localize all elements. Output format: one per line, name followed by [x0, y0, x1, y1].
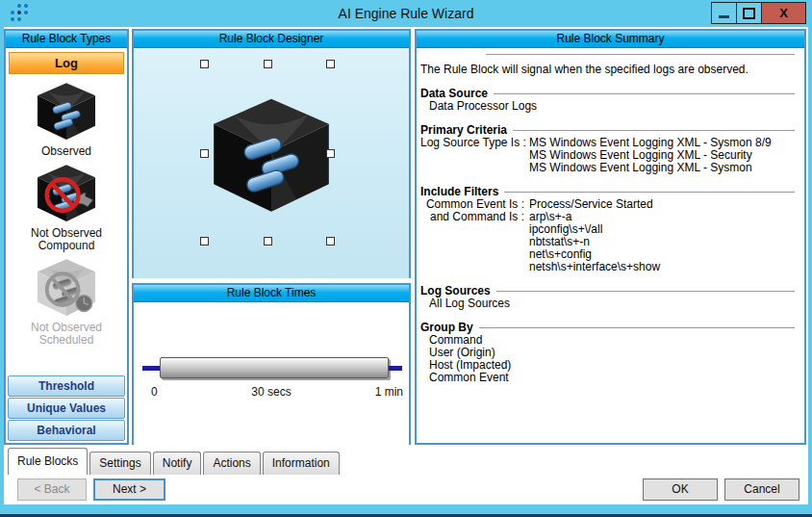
rule-block-designer-header: Rule Block Designer	[134, 31, 409, 48]
tab-information[interactable]: Information	[263, 452, 340, 475]
window-title: AI Engine Rule Wizard	[0, 6, 812, 21]
wizard-tabbar: Rule Blocks Settings Notify Actions Info…	[8, 448, 342, 475]
minimize-icon	[719, 15, 729, 18]
rule-block-designer-panel: Rule Block Designer	[132, 29, 411, 278]
summary-label	[420, 236, 524, 248]
summary-section-group-by: Group By Command User (Origin) Host (Imp…	[420, 322, 800, 384]
summary-section-primary-criteria: Primary Criteria Log Source Type Is :MS …	[420, 124, 800, 174]
summary-top-rule	[486, 54, 795, 55]
rule-block-times-header: Rule Block Times	[134, 285, 409, 302]
tick-label-1min: 1 min	[375, 385, 403, 399]
times-body: 0 30 secs 1 min	[134, 302, 409, 445]
rule-block-types-panel: Rule Block Types Log Observed Not Observ…	[4, 29, 129, 445]
minimize-button[interactable]	[711, 2, 737, 24]
type-item-not-observed-scheduled: Not Observed Scheduled	[6, 258, 127, 347]
tab-settings[interactable]: Settings	[89, 452, 150, 475]
type-item-label: Observed	[13, 145, 119, 158]
summary-label: Log Source Type Is :	[420, 137, 524, 149]
ai-engine-rule-wizard-window: AI Engine Rule Wizard X Rule Block Types…	[0, 0, 812, 517]
category-buttons: Threshold Unique Values Behavioral	[6, 374, 127, 443]
summary-label	[420, 223, 524, 236]
not-observed-compound-cube-icon	[35, 164, 98, 223]
type-item-not-observed-compound[interactable]: Not Observed Compound	[6, 164, 127, 252]
type-item-observed[interactable]: Observed	[6, 82, 127, 158]
not-observed-scheduled-cube-icon	[35, 258, 98, 318]
type-item-label: Not Observed Scheduled	[13, 322, 119, 347]
log-type-button[interactable]: Log	[9, 52, 124, 74]
maximize-icon	[743, 8, 755, 19]
summary-label: and Command Is :	[420, 211, 524, 223]
summary-section-data-source: Data Source Data Processor Logs	[420, 88, 800, 113]
resize-handle-bottom-right[interactable]	[326, 237, 335, 246]
summary-intro: The Rule Block will signal when the spec…	[420, 64, 800, 76]
summary-section-log-sources: Log Sources All Log Sources	[420, 285, 800, 310]
tab-notify[interactable]: Notify	[153, 452, 202, 475]
tab-rule-blocks[interactable]: Rule Blocks	[8, 448, 88, 475]
resize-handle-bottom-center[interactable]	[264, 237, 272, 246]
resize-handle-bottom-left[interactable]	[200, 237, 209, 246]
resize-handle-middle-left[interactable]	[200, 149, 209, 158]
summary-value: MS Windows Event Logging XML - Sysmon	[529, 162, 752, 174]
summary-label	[420, 248, 524, 261]
behavioral-button[interactable]: Behavioral	[8, 420, 125, 441]
resize-handle-middle-right[interactable]	[326, 149, 335, 158]
rule-block-times-panel: Rule Block Times 0 30 secs 1 min	[132, 283, 411, 445]
summary-label	[420, 149, 524, 162]
resize-handle-top-center[interactable]	[264, 60, 272, 68]
rule-block-summary-panel: Rule Block Summary The Rule Block will s…	[415, 29, 806, 445]
resize-handle-top-right[interactable]	[326, 60, 335, 68]
time-range-bar[interactable]	[160, 357, 389, 378]
close-button[interactable]: X	[761, 2, 806, 24]
summary-label	[420, 261, 524, 273]
tab-actions[interactable]: Actions	[203, 452, 260, 475]
maximize-button[interactable]	[736, 2, 762, 24]
window-frame-bottom	[0, 504, 812, 514]
rule-block-types-header: Rule Block Types	[6, 31, 127, 48]
summary-section-include-filters: Include Filters Common Event Is :Process…	[420, 186, 800, 273]
summary-label	[420, 162, 524, 174]
tick-label-30secs: 30 secs	[134, 385, 409, 399]
section-rule	[494, 93, 795, 94]
client-area: Rule Block Types Log Observed Not Observ…	[4, 27, 808, 504]
resize-handle-top-left[interactable]	[200, 60, 209, 68]
section-rule	[479, 327, 795, 328]
back-button: < Back	[17, 478, 87, 501]
close-icon: X	[779, 6, 788, 20]
ok-button[interactable]: OK	[643, 478, 718, 501]
section-rule	[513, 130, 795, 131]
summary-value: Common Event	[420, 372, 800, 384]
type-item-label: Not Observed Compound	[13, 227, 119, 252]
observed-cube-icon	[35, 82, 98, 142]
rule-block-summary-header: Rule Block Summary	[417, 31, 804, 48]
designer-cube-icon[interactable]	[209, 96, 334, 216]
summary-value: netsh\s+interface\s+show	[529, 261, 660, 273]
summary-body: The Rule Block will signal when the spec…	[417, 48, 804, 384]
unique-values-button[interactable]: Unique Values	[8, 398, 125, 419]
designer-canvas[interactable]	[134, 48, 409, 278]
threshold-button[interactable]: Threshold	[8, 375, 125, 397]
section-rule	[504, 192, 795, 193]
summary-value: All Log Sources	[420, 297, 800, 310]
section-rule	[496, 291, 795, 292]
cancel-button[interactable]: Cancel	[724, 478, 799, 501]
titlebar: AI Engine Rule Wizard X	[0, 0, 812, 27]
next-button[interactable]: Next >	[93, 478, 165, 501]
summary-value: Data Processor Logs	[420, 100, 800, 113]
